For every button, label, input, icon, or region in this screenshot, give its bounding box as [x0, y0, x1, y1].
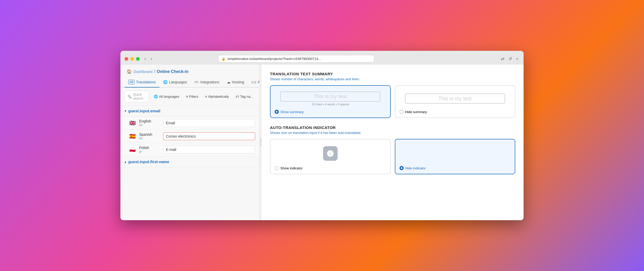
alphabetically-button[interactable]: ≡ Alphabetically: [203, 94, 231, 100]
summary-options-row: This is my text 15 chars • 4 words • 3 s…: [270, 85, 515, 118]
hide-summary-radio-row: Hide summary: [400, 110, 511, 114]
translation-list: ▾ guest.input.email 🇬🇧 English en: [120, 106, 259, 220]
show-summary-preview: This is my text 15 chars • 4 words • 3 s…: [275, 89, 386, 108]
lang-info-es: Spanish es: [139, 132, 160, 140]
show-summary-label: Show summary: [280, 110, 304, 114]
summary-section-title: TRANSLATION TEXT SUMMARY: [270, 72, 515, 76]
filters-label: Filters: [189, 95, 198, 98]
show-summary-radio[interactable]: [275, 110, 279, 114]
auto-translate-icon: [323, 146, 338, 161]
sort-icon: ≡: [205, 95, 207, 98]
show-indicator-card[interactable]: Show indicator: [270, 139, 391, 174]
hide-summary-card[interactable]: This is my text Hide summary: [395, 85, 516, 118]
all-languages-button[interactable]: 🌐 All languages: [152, 94, 181, 100]
tab-activity[interactable]: ((·)) Activity: [248, 77, 260, 87]
nav-buttons: ‹ ›: [143, 56, 154, 62]
search-box[interactable]: 🔍 Quick search: [125, 91, 149, 102]
tab-integrations-label: Integrations: [200, 80, 219, 84]
traffic-lights: [125, 57, 140, 61]
show-indicator-radio[interactable]: [275, 166, 279, 170]
lang-code-pl: pl: [139, 150, 160, 153]
hide-indicator-radio[interactable]: [400, 166, 404, 170]
browser-actions: ⇄ ↺ +: [500, 55, 519, 62]
translation-input-pl[interactable]: [163, 146, 255, 153]
hide-summary-preview-text: This is my text: [405, 94, 505, 104]
forward-button[interactable]: ›: [149, 56, 154, 62]
lang-info-pl: Polish pl: [139, 146, 160, 153]
close-button[interactable]: [125, 57, 128, 61]
lock-icon: 🔒: [222, 57, 226, 61]
hide-indicator-label: Hide indicator: [405, 166, 426, 170]
nav-tabs: AB Translations 🌐 Languages </> Integrat…: [120, 77, 259, 88]
translation-entry-en: 🇬🇧 English en: [120, 116, 259, 130]
summary-section-desc: Shows number of characters, words, white…: [270, 77, 515, 81]
lang-name-en: English: [139, 119, 160, 123]
all-languages-label: All languages: [159, 95, 179, 98]
tag-name-label: Tag na...: [240, 95, 253, 98]
integrations-tab-icon: </>: [194, 80, 199, 84]
indicator-section: AUTO-TRANSLATION INDICATOR Shows icon on…: [270, 125, 515, 174]
translation-input-en[interactable]: [163, 119, 255, 127]
tab-hosting[interactable]: ☁ Hosting: [223, 77, 248, 87]
resize-handle[interactable]: [260, 64, 262, 220]
flag-en: 🇬🇧: [129, 119, 136, 127]
right-panel: TRANSLATION TEXT SUMMARY Shows number of…: [262, 64, 524, 220]
home-icon: 🏠: [127, 69, 132, 74]
activity-tab-icon: ((·)): [252, 81, 256, 84]
alphabetically-label: Alphabetically: [208, 95, 229, 98]
indicator-section-desc: Shows icon on translation input if it ha…: [270, 131, 515, 135]
add-tab-button[interactable]: +: [515, 55, 519, 62]
tab-integrations[interactable]: </> Integrations: [191, 77, 223, 87]
hide-summary-label: Hide summary: [405, 110, 427, 114]
hide-summary-preview: This is my text: [400, 89, 511, 108]
translation-input-es[interactable]: [163, 132, 255, 140]
refresh-icon[interactable]: ↺: [507, 55, 513, 62]
flag-pl: 🇵🇱: [129, 146, 136, 153]
lang-code-en: en: [139, 123, 160, 127]
radio-dot-hide: [401, 167, 402, 169]
group-header-email[interactable]: ▾ guest.input.email: [120, 106, 259, 116]
show-summary-radio-row: Show summary: [275, 110, 386, 114]
lang-name-es: Spanish: [139, 132, 160, 137]
url-text: simplelocalize.io/dashboard/projects/?ha…: [228, 57, 321, 61]
indicator-section-title: AUTO-TRANSLATION INDICATOR: [270, 125, 515, 130]
main-layout: 🏠 Dashboard / Online Check-in AB Transla…: [120, 64, 524, 220]
address-bar[interactable]: 🔒 simplelocalize.io/dashboard/projects/?…: [218, 55, 374, 63]
left-panel: 🏠 Dashboard / Online Check-in AB Transla…: [120, 64, 260, 220]
tab-languages[interactable]: 🌐 Languages: [159, 77, 191, 87]
tab-activity-label: Activity: [258, 80, 260, 84]
flag-es: 🇪🇸: [129, 133, 136, 140]
lang-info-en: English en: [139, 119, 160, 127]
group-header-firstname[interactable]: ▴ guest.input.first-name: [120, 156, 259, 167]
tab-hosting-label: Hosting: [232, 80, 244, 84]
show-summary-card[interactable]: This is my text 15 chars • 4 words • 3 s…: [270, 85, 391, 118]
translation-entry-es: 🇪🇸 Spanish es: [120, 130, 259, 143]
back-button[interactable]: ‹: [143, 56, 147, 62]
browser-window: ‹ › 🔒 simplelocalize.io/dashboard/projec…: [120, 51, 524, 220]
group-key-firstname: guest.input.first-name: [128, 159, 169, 164]
radio-dot: [276, 111, 278, 113]
hide-indicator-card[interactable]: Hide indicator: [395, 139, 516, 174]
chevron-down-icon: ▾: [125, 109, 126, 113]
tag-name-button[interactable]: 🏷 Tag na...: [234, 94, 255, 100]
search-placeholder: Quick search: [133, 93, 146, 100]
show-indicator-radio-row: Show indicator: [275, 166, 386, 170]
indicator-options-row: Show indicator Hide indicator: [270, 139, 515, 174]
show-summary-preview-text: This is my text: [280, 91, 380, 102]
hosting-tab-icon: ☁: [227, 80, 230, 84]
browser-chrome: ‹ › 🔒 simplelocalize.io/dashboard/projec…: [120, 51, 524, 64]
tab-translations[interactable]: AB Translations: [125, 77, 159, 88]
maximize-button[interactable]: [136, 57, 140, 61]
globe-icon: 🌐: [154, 95, 158, 98]
minimize-button[interactable]: [130, 57, 134, 61]
breadcrumb-current: Online Check-in: [157, 69, 189, 74]
translate-icon[interactable]: ⇄: [500, 55, 505, 62]
group-key-email: guest.input.email: [128, 109, 160, 113]
show-indicator-preview: [275, 143, 386, 164]
filters-button[interactable]: ≡ Filters: [184, 94, 200, 100]
chevron-up-icon: ▴: [125, 160, 126, 164]
hide-indicator-preview: [400, 143, 511, 164]
translation-entries-email: 🇬🇧 English en 🇪🇸 Spanish es: [120, 116, 259, 156]
hide-summary-radio[interactable]: [400, 110, 404, 114]
show-indicator-label: Show indicator: [280, 166, 302, 170]
